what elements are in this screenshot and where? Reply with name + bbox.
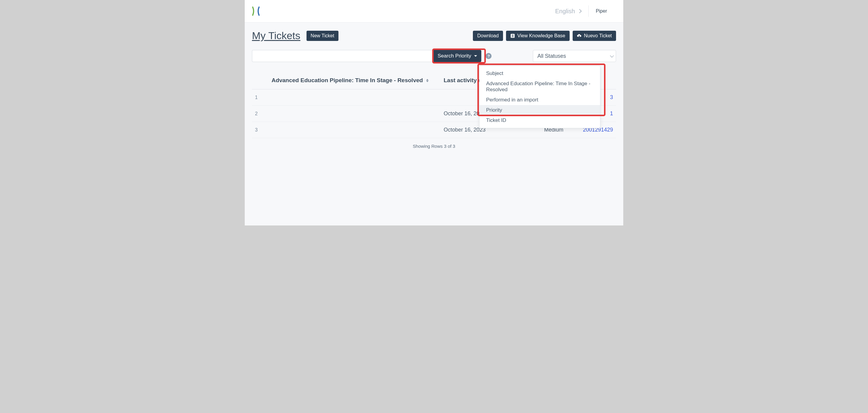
title-bar: My Tickets New Ticket Download View Know…: [252, 30, 616, 41]
search-by-button[interactable]: Search Priority: [432, 50, 481, 62]
language-picker[interactable]: English: [555, 8, 581, 15]
status-filter-label: All Statuses: [537, 53, 566, 59]
dropdown-item[interactable]: Priority: [479, 105, 600, 115]
chevron-right-icon: [578, 9, 582, 13]
language-label: English: [555, 8, 575, 15]
ticket-link[interactable]: 3: [610, 94, 613, 100]
logo-icon: [251, 6, 260, 16]
new-ticket-button[interactable]: New Ticket: [307, 31, 338, 41]
title-bar-actions: Download View Knowledge Base Nuevo Ticke…: [473, 31, 616, 41]
app-frame: English Piper My Tickets New Ticket: [245, 0, 623, 226]
dropdown-item[interactable]: Ticket ID: [479, 115, 600, 126]
status-filter-select[interactable]: All Statuses: [533, 50, 616, 62]
button-label: View Knowledge Base: [518, 33, 565, 38]
row-subject: [269, 90, 441, 106]
row-subject: [269, 122, 441, 138]
header-right: English Piper: [555, 5, 617, 17]
search-group: Search Priority: [252, 50, 481, 62]
row-subject: [269, 106, 441, 122]
search-input[interactable]: [252, 50, 432, 62]
row-index: 1: [252, 90, 269, 106]
pager-info: Showing Rows 3 of 3: [252, 144, 616, 149]
dropdown-item[interactable]: Subject: [479, 68, 600, 78]
knowledge-base-button[interactable]: View Knowledge Base: [506, 31, 569, 41]
sort-icon: [426, 79, 429, 82]
filter-bar: Search Priority ? All Statuses SubjectAd…: [252, 50, 616, 62]
search-field-dropdown: SubjectAdvanced Education Pipeline: Time…: [479, 66, 600, 128]
col-subject-label: Advanced Education Pipeline: Time In Sta…: [272, 77, 423, 83]
nuevo-ticket-button[interactable]: Nuevo Ticket: [572, 31, 616, 41]
ticket-link[interactable]: 1: [610, 110, 613, 116]
button-label: Download: [477, 33, 498, 38]
user-name: Piper: [596, 8, 607, 14]
row-index: 2: [252, 106, 269, 122]
avatar-icon: [610, 8, 617, 14]
app-header: English Piper: [245, 0, 623, 23]
logo[interactable]: [251, 6, 260, 16]
page-body: My Tickets New Ticket Download View Know…: [245, 23, 623, 156]
page-title: My Tickets: [252, 30, 301, 41]
col-index: [252, 72, 269, 90]
col-subject-header[interactable]: Advanced Education Pipeline: Time In Sta…: [269, 72, 441, 90]
search-by-label: Search Priority: [438, 53, 471, 59]
help-icon[interactable]: ?: [486, 53, 492, 59]
dropdown-item[interactable]: Performed in an import: [479, 95, 600, 105]
download-button[interactable]: Download: [473, 31, 503, 41]
button-label: New Ticket: [311, 33, 334, 38]
dropdown-item[interactable]: Advanced Education Pipeline: Time In Sta…: [479, 78, 600, 95]
book-icon: [510, 33, 515, 38]
row-index: 3: [252, 122, 269, 138]
divider: [588, 5, 589, 17]
caret-down-icon: [474, 56, 477, 57]
cloud-download-icon: [577, 33, 582, 38]
button-label: Nuevo Ticket: [584, 33, 612, 38]
user-menu[interactable]: Piper: [596, 8, 617, 14]
chevron-down-icon: [610, 55, 613, 57]
